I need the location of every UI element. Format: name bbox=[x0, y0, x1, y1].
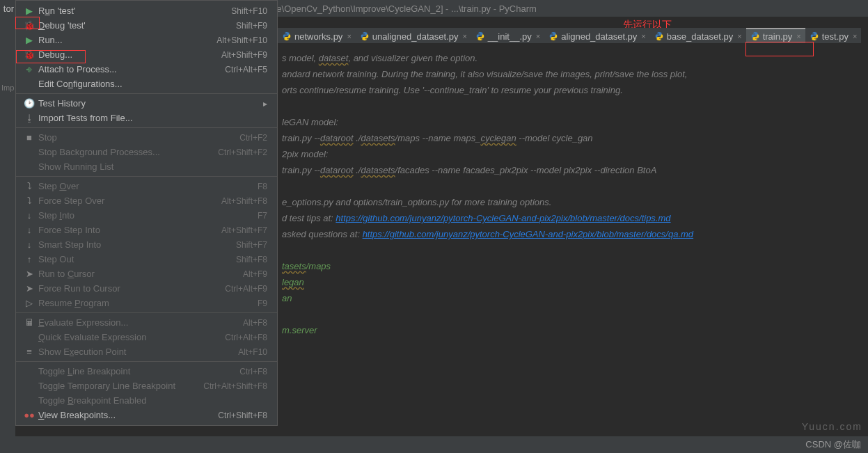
stepout-icon: ↑ bbox=[23, 254, 35, 264]
menu-item: 🖩 Evaluate Expression...Alt+F8 bbox=[16, 315, 277, 330]
menu-item-label: Show Execution Point bbox=[35, 347, 238, 357]
menu-item-label: Step Out bbox=[35, 254, 236, 264]
menu-item: ■ StopCtrl+F2 bbox=[16, 130, 277, 145]
code-line: e_options.py and options/train_options.p… bbox=[282, 194, 864, 210]
menu-item[interactable]: ▶ Run...Alt+Shift+F10 bbox=[16, 33, 277, 47]
editor-tab[interactable]: test.py× bbox=[805, 28, 862, 43]
stepinto-icon: ↓ bbox=[23, 210, 35, 221]
tab-label: unaligned_dataset.py bbox=[372, 31, 459, 42]
code-line: andard network training. During the trai… bbox=[282, 66, 864, 82]
gutter-imp-label: Imp bbox=[1, 84, 14, 92]
close-icon[interactable]: × bbox=[640, 32, 647, 40]
menu-item-label: Run... bbox=[35, 35, 216, 45]
editor-tab[interactable]: aligned_dataset.py× bbox=[544, 28, 650, 43]
menu-item-label: Test History bbox=[35, 98, 263, 109]
menu-item-label: Step Into bbox=[35, 210, 258, 221]
menu-item[interactable]: ⎆ Attach to Process...Ctrl+Alt+F5 bbox=[16, 62, 277, 77]
run-menu-dropdown[interactable]: ▶ Run 'test'Shift+F10🐞 Debug 'test'Shift… bbox=[15, 0, 278, 426]
code-line: train.py --dataroot ./datasets/facades -… bbox=[282, 162, 864, 178]
stepinto-icon: ↓ bbox=[23, 239, 35, 250]
menu-item-label: Smart Step Into bbox=[35, 239, 236, 250]
calc-icon: 🖩 bbox=[23, 317, 35, 328]
cursor-icon: ➤ bbox=[23, 269, 35, 279]
menu-item-label: Run 'test' bbox=[35, 6, 231, 16]
code-line: 2pix model: bbox=[282, 146, 864, 162]
editor-tab[interactable]: networks.py× bbox=[278, 28, 356, 43]
clock-icon: 🕑 bbox=[23, 98, 35, 109]
code-line: asked questions at: https://github.com/j… bbox=[282, 226, 864, 242]
close-icon[interactable]: × bbox=[345, 32, 352, 40]
editor-tab[interactable]: unaligned_dataset.py× bbox=[356, 28, 471, 43]
tab-label: networks.py bbox=[294, 31, 342, 42]
code-editor[interactable]: s model, dataset, and visualizer given t… bbox=[278, 43, 868, 432]
menu-item-label: Force Step Over bbox=[35, 196, 221, 206]
bug-icon: 🐞 bbox=[23, 20, 35, 31]
bug-icon: 🐞 bbox=[23, 49, 35, 60]
code-line: orts continue/resume training. Use '--co… bbox=[282, 82, 864, 98]
menu-item: Toggle Temporary Line BreakpointCtrl+Alt… bbox=[16, 379, 277, 393]
menu-item-label: Quick Evaluate Expression bbox=[35, 332, 225, 342]
menu-item[interactable]: ●● View Breakpoints...Ctrl+Shift+F8 bbox=[16, 408, 277, 422]
tool-window-bar-left: Imp bbox=[0, 17, 15, 453]
stepinto-icon: ↓ bbox=[23, 225, 35, 235]
cursor-icon: ➤ bbox=[23, 283, 35, 294]
import-icon: ⭳ bbox=[23, 113, 35, 123]
menu-item[interactable]: 🐞 Debug...Alt+Shift+F9 bbox=[16, 47, 277, 62]
attach-icon: ⎆ bbox=[23, 64, 35, 74]
doc-link[interactable]: https://github.com/junyanz/pytorch-Cycle… bbox=[363, 229, 693, 239]
menu-item[interactable]: 🕑 Test History▸ bbox=[16, 96, 277, 111]
play-icon: ▶ bbox=[23, 6, 35, 16]
menu-item-label: Toggle Breakpoint Enabled bbox=[35, 395, 267, 406]
close-icon[interactable]: × bbox=[736, 32, 743, 40]
menu-item-label: View Breakpoints... bbox=[35, 410, 218, 420]
code-line bbox=[282, 178, 864, 194]
menu-item[interactable]: Edit Configurations... bbox=[16, 77, 277, 91]
menu-item-label: Force Run to Cursor bbox=[35, 283, 225, 294]
menu-item: ≡ Show Execution PointAlt+F10 bbox=[16, 344, 277, 359]
doc-link[interactable]: https://github.com/junyanz/pytorch-Cycle… bbox=[336, 213, 670, 223]
watermark: Yuucn.com bbox=[802, 421, 862, 432]
statusbar: CSDN @佐咖 bbox=[0, 436, 868, 453]
code-line: s model, dataset, and visualizer given t… bbox=[282, 50, 864, 66]
menu-item: ➤ Run to CursorAlt+F9 bbox=[16, 267, 277, 281]
close-icon[interactable]: × bbox=[851, 32, 858, 40]
close-icon[interactable]: × bbox=[795, 32, 802, 40]
menu-item-label: Resume Program bbox=[35, 298, 258, 308]
menu-item-label: Step Over bbox=[35, 181, 258, 191]
menu-item: Toggle Breakpoint Enabled bbox=[16, 393, 277, 408]
close-icon[interactable]: × bbox=[535, 32, 542, 40]
editor-tab[interactable]: base_dataset.py× bbox=[650, 28, 746, 43]
editor-tabs: networks.py×unaligned_dataset.py×__init_… bbox=[278, 28, 861, 43]
menu-item: ↓ Step IntoF7 bbox=[16, 208, 277, 223]
menubar-cut: tor bbox=[0, 3, 15, 14]
menu-item-label: Toggle Line Breakpoint bbox=[35, 366, 239, 376]
menu-item-label: Debug 'test' bbox=[35, 20, 236, 31]
menu-item-label: Stop bbox=[35, 132, 239, 143]
menu-item: Show Running List bbox=[16, 159, 277, 174]
tab-label: base_dataset.py bbox=[667, 31, 733, 42]
stepover-icon: ⤵ bbox=[23, 181, 35, 191]
menu-item-label: Attach to Process... bbox=[35, 64, 225, 74]
bpview-icon: ●● bbox=[23, 410, 35, 420]
tab-label: test.py bbox=[822, 31, 849, 42]
code-line: m.server bbox=[282, 322, 864, 338]
code-line: legan bbox=[282, 274, 864, 290]
menu-item[interactable]: 🐞 Debug 'test'Shift+F9 bbox=[16, 18, 277, 33]
menu-item-label: Evaluate Expression... bbox=[35, 317, 243, 328]
editor-tab[interactable]: train.py× bbox=[746, 28, 805, 43]
menu-item: Quick Evaluate ExpressionCtrl+Alt+F8 bbox=[16, 330, 277, 344]
editor-tab[interactable]: __init__.py× bbox=[471, 28, 544, 43]
code-line bbox=[282, 98, 864, 114]
code-line bbox=[282, 306, 864, 322]
menu-item: Toggle Line BreakpointCtrl+F8 bbox=[16, 364, 277, 379]
menu-item[interactable]: ⭳ Import Tests from File... bbox=[16, 111, 277, 125]
resume-icon: ▷ bbox=[23, 298, 35, 308]
menu-item[interactable]: ▶ Run 'test'Shift+F10 bbox=[16, 3, 277, 18]
menu-item: ↓ Force Step IntoAlt+Shift+F7 bbox=[16, 223, 277, 237]
menu-item: ↓ Smart Step IntoShift+F7 bbox=[16, 237, 277, 252]
close-icon[interactable]: × bbox=[461, 32, 468, 40]
menu-item-label: Run to Cursor bbox=[35, 269, 243, 279]
play-icon: ▶ bbox=[23, 35, 35, 45]
code-line: tasets/maps bbox=[282, 258, 864, 274]
menu-item: Stop Background Processes...Ctrl+Shift+F… bbox=[16, 145, 277, 159]
